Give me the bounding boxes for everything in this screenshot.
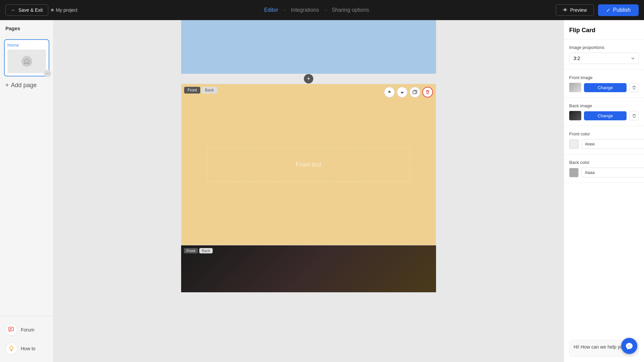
panel-image-proportions: Image proportions 3:2 1:1 16:9	[564, 40, 644, 70]
dark-back-tab[interactable]: Back	[199, 248, 213, 253]
delete-front-image-button[interactable]	[629, 83, 639, 92]
pages-header: Pages	[0, 20, 53, 37]
chat-bubble-button[interactable]	[621, 338, 637, 354]
left-sidebar: Pages Home ⋯ + Add page	[0, 20, 54, 362]
panel-title: Flip Card	[564, 20, 644, 40]
panel-front-image: Front image Change	[564, 70, 644, 98]
save-exit-button[interactable]: ← Save & Exit	[5, 4, 48, 16]
trash-front-icon	[632, 85, 636, 90]
block-dark: Front Back	[181, 245, 436, 292]
preview-label: Preview	[570, 7, 587, 13]
svg-point-3	[10, 346, 13, 350]
front-text-dashed-border: Front text	[207, 147, 410, 182]
change-front-image-button[interactable]: Change	[584, 83, 627, 92]
forum-icon	[5, 324, 17, 336]
topbar-left: ← Save & Exit My project	[5, 4, 77, 16]
trash-back-icon	[632, 114, 636, 118]
back-image-row: Change	[569, 111, 639, 120]
back-image-thumb	[569, 111, 581, 120]
topbar-nav: Editor → Integrations → Sharing options	[264, 7, 369, 13]
sidebar-item-howto[interactable]: How to	[0, 339, 53, 358]
main-area: Pages Home ⋯ + Add page	[0, 20, 644, 362]
project-name: My project	[51, 7, 77, 13]
back-color-input[interactable]	[581, 168, 644, 177]
svg-rect-0	[9, 327, 13, 331]
chat-icon	[8, 327, 14, 333]
back-color-swatch[interactable]	[569, 168, 579, 177]
block-blue	[181, 20, 436, 74]
save-exit-label: Save & Exit	[18, 7, 43, 13]
back-color-row	[569, 168, 639, 177]
page-thumbnail	[7, 50, 46, 73]
sidebar-item-forum[interactable]: Forum	[0, 320, 53, 339]
panel-back-image: Back image Change	[564, 98, 644, 126]
page-thumb-icon	[21, 56, 32, 67]
front-text-area[interactable]: Front text	[181, 84, 436, 245]
project-name-text: My project	[56, 7, 77, 13]
proportions-select[interactable]: 3:2 1:1 16:9	[569, 53, 639, 64]
nav-integrations[interactable]: Integrations	[291, 7, 319, 13]
nav-editor[interactable]: Editor	[264, 7, 278, 13]
publish-button[interactable]: ✓ Publish	[598, 4, 639, 16]
front-color-label: Front color	[569, 131, 639, 136]
nav-arrow-1: →	[282, 7, 287, 13]
dot-icon	[51, 9, 54, 11]
home-icon	[24, 58, 30, 64]
add-block-button-1[interactable]: +	[304, 74, 313, 83]
arrow-left-icon: ←	[11, 7, 16, 13]
home-page-title: Home	[7, 43, 46, 48]
add-page-button[interactable]: + Add page	[0, 79, 53, 92]
front-color-input[interactable]	[581, 139, 644, 149]
canvas-content: + Front Back	[181, 20, 436, 292]
change-back-image-button[interactable]: Change	[584, 111, 627, 120]
eye-icon: 👁	[563, 7, 568, 13]
front-image-label: Front image	[569, 75, 639, 80]
topbar-right: 👁 Preview ✓ Publish	[556, 4, 639, 16]
front-text-label: Front text	[296, 161, 321, 168]
nav-arrow-2: →	[323, 7, 328, 13]
lightbulb-icon	[8, 346, 14, 352]
howto-label: How to	[21, 346, 36, 351]
panel-front-color: Front color	[564, 126, 644, 155]
front-image-row: Change	[569, 83, 639, 92]
publish-label: Publish	[613, 7, 631, 13]
forum-label: Forum	[21, 327, 34, 333]
flip-card-block: Front Back	[181, 84, 436, 245]
add-page-label: Add page	[11, 82, 37, 89]
front-image-thumb	[569, 83, 581, 92]
nav-sharing[interactable]: Sharing options	[332, 7, 369, 13]
right-panel: Flip Card Image proportions 3:2 1:1 16:9…	[564, 20, 644, 362]
page-card-home[interactable]: Home	[4, 39, 49, 76]
delete-back-image-button[interactable]	[629, 111, 639, 120]
front-color-swatch[interactable]	[569, 139, 579, 149]
proportions-label: Image proportions	[569, 45, 639, 50]
howto-icon	[5, 343, 17, 355]
panel-back-color: Back color	[564, 155, 644, 183]
preview-button[interactable]: 👁 Preview	[556, 4, 594, 16]
topbar: ← Save & Exit My project Editor → Integr…	[0, 0, 644, 20]
dark-block-tabs: Front Back	[184, 248, 213, 253]
plus-icon: +	[5, 82, 9, 89]
page-more-button[interactable]: ⋯	[44, 70, 51, 77]
messenger-icon	[626, 342, 633, 350]
dark-block-image	[181, 245, 436, 292]
dark-front-tab[interactable]: Front	[184, 248, 198, 253]
front-color-row	[569, 139, 639, 149]
sidebar-bottom: Forum How to	[0, 316, 53, 362]
block-divider-1: +	[181, 74, 436, 84]
back-color-label: Back color	[569, 160, 639, 165]
page-card-wrapper: Home ⋯	[0, 37, 53, 79]
back-image-label: Back image	[569, 103, 639, 108]
check-icon: ✓	[606, 7, 610, 13]
canvas-area[interactable]: + Front Back	[54, 20, 564, 362]
